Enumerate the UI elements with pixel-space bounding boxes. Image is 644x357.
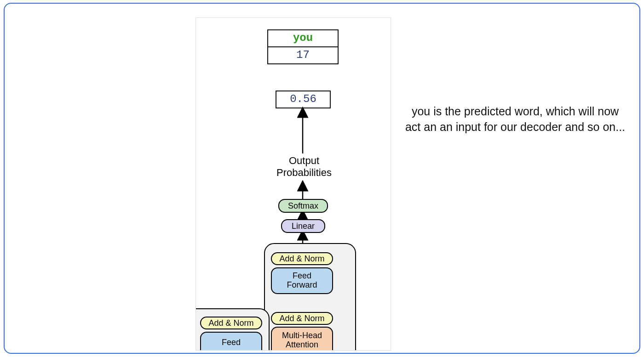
output-probabilities-label: Output Probabilities <box>267 155 341 179</box>
predicted-token-table: you 17 <box>267 29 339 64</box>
output-probabilities-line1: Output <box>267 155 341 167</box>
feed-forward-block: Feed Forward <box>271 267 333 294</box>
diagram-panel: you 17 0.56 Output Probabilities Softmax… <box>196 17 391 351</box>
linear-block: Linear <box>281 219 325 233</box>
multihead-line2: Attention <box>286 340 318 350</box>
feed-forward-line1: Feed <box>293 272 311 281</box>
predicted-token-id: 17 <box>268 46 338 63</box>
add-norm-lower: Add & Norm <box>271 312 333 325</box>
multihead-line1: Multi-Head <box>282 331 322 340</box>
predicted-word: you <box>268 30 338 46</box>
slide-frame: you 17 0.56 Output Probabilities Softmax… <box>4 3 640 354</box>
feed-forward-line2: Forward <box>287 281 317 290</box>
multihead-attention-block: Multi-Head Attention <box>271 327 333 351</box>
add-norm-upper: Add & Norm <box>271 252 333 265</box>
add-norm-encoder: Add & Norm <box>200 317 262 329</box>
slide-caption: you is the predicted word, which will no… <box>405 104 626 135</box>
softmax-block: Softmax <box>278 199 328 213</box>
output-probabilities-line2: Probabilities <box>267 167 341 179</box>
predicted-probability: 0.56 <box>276 91 331 108</box>
feed-encoder-partial: Feed <box>200 332 262 351</box>
